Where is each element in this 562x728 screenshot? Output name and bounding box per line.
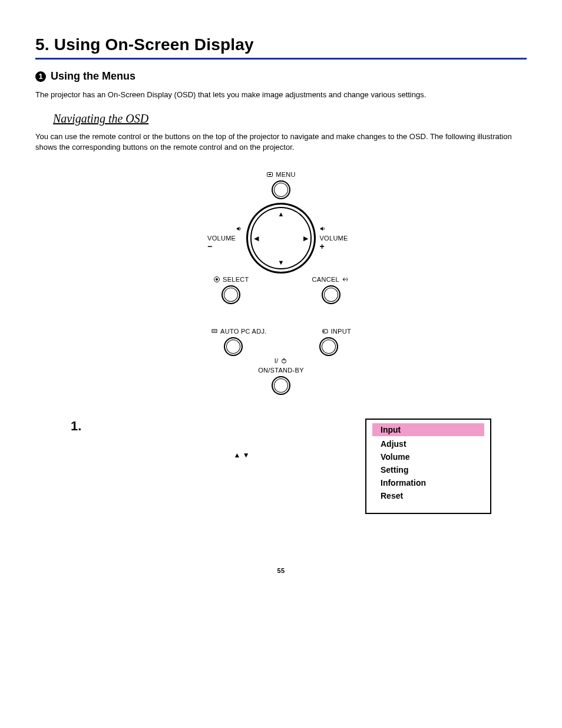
- cancel-icon: [342, 276, 349, 283]
- select-button[interactable]: [222, 285, 240, 304]
- nav-right-icon: ▶: [303, 234, 308, 242]
- svg-rect-4: [212, 330, 217, 332]
- power-button[interactable]: [272, 376, 290, 395]
- auto-pc-label: AUTO PC ADJ.: [211, 328, 267, 335]
- osd-menu: InputAdjustVolumeSettingInformationReset: [365, 419, 491, 514]
- step-arrows: ▲ ▼: [118, 419, 365, 459]
- section-heading: 1 Using the Menus: [35, 70, 527, 83]
- osd-item-setting[interactable]: Setting: [366, 463, 490, 476]
- cancel-button[interactable]: [322, 285, 340, 304]
- page-title: 5. Using On-Screen Display: [35, 35, 527, 54]
- section-intro: The projector has an On-Screen Display (…: [35, 90, 527, 100]
- standby-label: ON/STAND-BY: [258, 367, 304, 374]
- nav-up-icon: ▲: [277, 210, 284, 218]
- power-icon: [280, 357, 287, 364]
- cancel-label: CANCEL: [312, 276, 349, 283]
- page-number: 55: [35, 567, 527, 574]
- volume-minus-label: [236, 225, 243, 232]
- osd-item-input[interactable]: Input: [372, 423, 484, 436]
- menu-button[interactable]: [272, 180, 290, 199]
- osd-item-information[interactable]: Information: [366, 476, 490, 489]
- select-label: SELECT: [213, 276, 249, 283]
- menu-label: MENU: [266, 171, 296, 178]
- projector-controls-diagram: MENU VOLUME − ▲ ▼ ◀ ▶ VOLUME + SELECT: [207, 171, 355, 395]
- input-icon: [322, 328, 329, 335]
- speaker-icon: [319, 225, 326, 232]
- step-1-row: 1. ▲ ▼ InputAdjustVolumeSettingInformati…: [35, 419, 527, 514]
- menu-icon: [266, 171, 273, 178]
- step-number: 1.: [71, 419, 118, 434]
- svg-rect-1: [269, 174, 271, 175]
- nav-ring[interactable]: ▲ ▼ ◀ ▶: [246, 203, 316, 274]
- osd-item-volume[interactable]: Volume: [366, 450, 490, 463]
- power-symbol: I/: [275, 357, 288, 364]
- auto-pc-button[interactable]: [224, 337, 243, 356]
- speaker-icon: [236, 225, 243, 232]
- select-icon: [213, 276, 220, 283]
- osd-item-reset[interactable]: Reset: [366, 489, 490, 502]
- input-button[interactable]: [319, 337, 338, 356]
- nav-paragraph: You can use the remote control or the bu…: [35, 131, 527, 153]
- section-title: Using the Menus: [51, 70, 135, 83]
- nav-left-icon: ◀: [254, 234, 259, 242]
- nav-down-icon: ▼: [277, 259, 284, 266]
- auto-pc-icon: [211, 328, 218, 335]
- input-label: INPUT: [322, 328, 352, 335]
- heading-rule: [35, 58, 527, 60]
- volume-plus-label: [319, 225, 326, 232]
- subheading: Navigating the OSD: [53, 112, 527, 126]
- osd-item-adjust[interactable]: Adjust: [366, 437, 490, 450]
- svg-point-3: [216, 278, 218, 281]
- section-number-badge: 1: [35, 71, 46, 82]
